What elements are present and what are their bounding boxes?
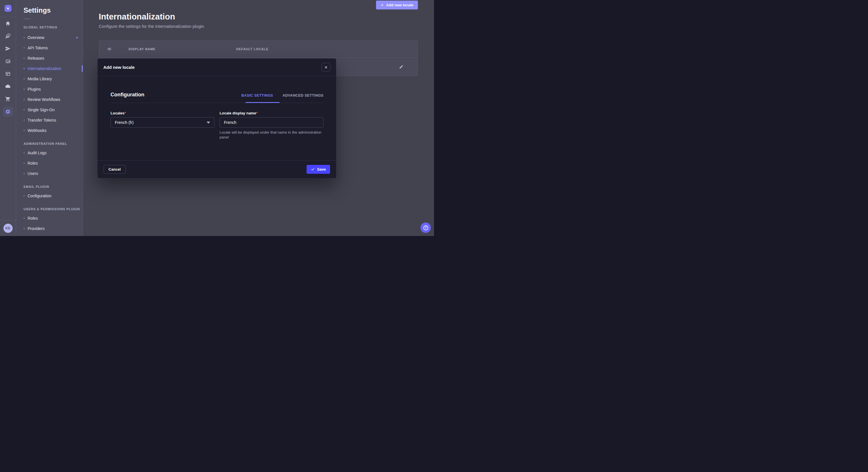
check-icon [311,167,315,171]
display-name-field-label: Locale display name* [220,111,257,115]
active-tab-underline [245,102,280,103]
modal-title: Add new locale [103,65,135,70]
modal-body: Configuration BASIC SETTINGS ADVANCED SE… [98,76,336,160]
add-new-locale-modal: Add new locale ✕ Configuration BASIC SET… [98,59,336,178]
required-asterisk: * [256,111,257,115]
locales-select-value: French (fr) [115,120,133,125]
cancel-button[interactable]: Cancel [104,165,126,174]
display-name-helper-text: Locale will be displayed under that name… [220,130,327,140]
modal-footer: Cancel Save [98,160,336,178]
modal-header: Add new locale ✕ [98,59,336,76]
locales-select[interactable]: French (fr) [111,117,214,128]
tab-advanced-settings[interactable]: ADVANCED SETTINGS [282,94,323,98]
required-asterisk: * [124,111,126,115]
locales-field-label: Locales* [111,111,126,115]
save-button[interactable]: Save [307,165,330,174]
chevron-down-icon [207,122,210,124]
close-icon: ✕ [324,65,328,69]
tabs-divider [111,103,323,103]
locale-display-name-input[interactable] [220,117,323,128]
close-modal-button[interactable]: ✕ [321,63,330,72]
settings-tabs: BASIC SETTINGS ADVANCED SETTINGS [241,94,323,98]
configuration-section-title: Configuration [111,92,144,98]
tab-basic-settings[interactable]: BASIC SETTINGS [241,94,273,98]
